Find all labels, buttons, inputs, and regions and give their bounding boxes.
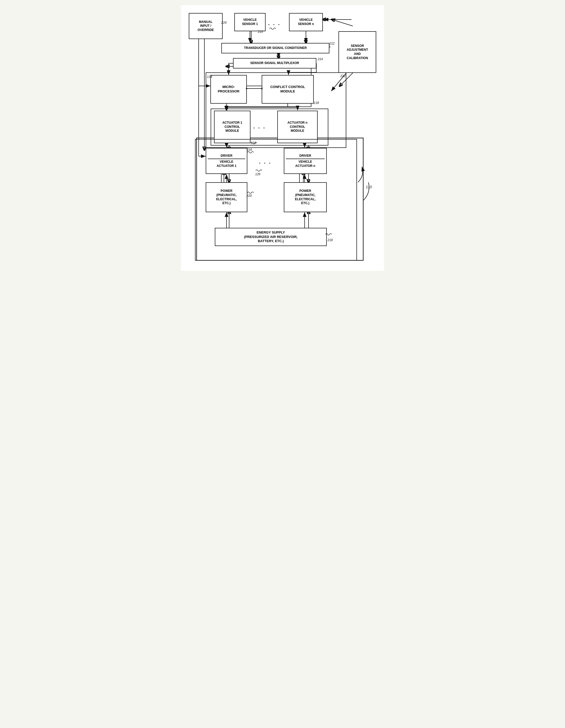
driver-dots: . . . [259,159,272,165]
ref-126: 126 [255,172,260,176]
multiplexor-label: SENSOR SIGNAL MULTIPLEXOR [250,61,299,65]
ref-214: 214 [318,57,323,61]
drivern-box: DRIVER VEHICLEACTUATOR n [284,148,327,174]
multiplexor-box: SENSOR SIGNAL MULTIPLEXOR [233,58,316,68]
driver1-label: DRIVER [208,154,245,159]
power1-label: POWER (PNEUMATIC, ELECTRICAL, ETC.) [216,189,237,205]
actuatorn-ctrl-box: ACTUATOR n CONTROL MODULE [277,111,318,143]
ref-218: 218 [328,238,333,242]
conflict-control-box: CONFLICT CONTROL MODULE [262,75,314,104]
ref-212: 212 [329,42,335,45]
powern-label: POWER (PNEUMATIC, ELECTRICAL, ETC.) [295,189,316,205]
energy-supply-box: ENERGY SUPPLY (PRESSURIZED AIR RESERVOIR… [215,228,327,246]
drivern-label: DRIVER [286,154,325,159]
energy-supply-label: ENERGY SUPPLY (PRESSURIZED AIR RESERVOIR… [244,230,298,244]
actuator1-ctrl-box: ACTUATOR 1 CONTROL MODULE [214,111,250,143]
sensor-adj-box: SENSOR ADJUSTMENT AND CALIBRATION [338,31,376,73]
power1-box: POWER (PNEUMATIC, ELECTRICAL, ETC.) [206,182,247,212]
conflict-control-label: CONFLICT CONTROL MODULE [270,85,305,94]
ref-118: 118 [314,101,319,105]
vehicle-sensor-1-box: VEHICLE SENSOR 1 [234,13,266,31]
actuator-ctrl-dots: . . . [253,124,266,130]
ref-116: 116 [251,141,256,145]
sensor-dots: . . . [268,20,281,26]
diagram-container: MANUAL INPUT / OVERRIDE 224 VEHICLE SENS… [181,5,384,271]
manual-input-box: MANUAL INPUT / OVERRIDE [189,13,223,39]
ref-110: 110 [366,185,372,189]
svg-line-27 [332,20,353,26]
drivern-actuator-label: VEHICLEACTUATOR n [295,160,315,168]
microprocessor-box: MICRO- PROCESSOR [210,75,247,104]
actuatorn-ctrl-label: ACTUATOR n CONTROL MODULE [287,121,307,133]
ref-224: 224 [221,21,227,24]
transducer-box: TRANSDUCER OR SIGNAL CONDITIONER [221,43,329,53]
driver1-box: DRIVER VEHICLEACTUATOR 1 [206,148,247,174]
ref-220: 220 [247,194,252,198]
ref-114: 114 [207,75,212,79]
microprocessor-label: MICRO- PROCESSOR [218,85,239,94]
powern-box: POWER (PNEUMATIC, ELECTRICAL, ETC.) [284,182,327,212]
transducer-label: TRANSDUCER OR SIGNAL CONDITIONER [244,46,307,50]
actuator1-ctrl-label: ACTUATOR 1 CONTROL MODULE [222,121,242,133]
vehicle-sensor-1-label: VEHICLE SENSOR 1 [242,18,258,26]
vehicle-sensor-n-box: VEHICLE SENSOR n [289,13,323,31]
driver1-actuator-label: VEHICLEACTUATOR 1 [217,160,236,168]
vehicle-sensor-n-label: VEHICLE SENSOR n [298,18,314,26]
ref-210: 210 [258,30,263,34]
manual-input-label: MANUAL INPUT / OVERRIDE [198,20,214,32]
ref-216: 216 [247,148,252,152]
sensor-adj-label: SENSOR ADJUSTMENT AND CALIBRATION [347,44,368,60]
